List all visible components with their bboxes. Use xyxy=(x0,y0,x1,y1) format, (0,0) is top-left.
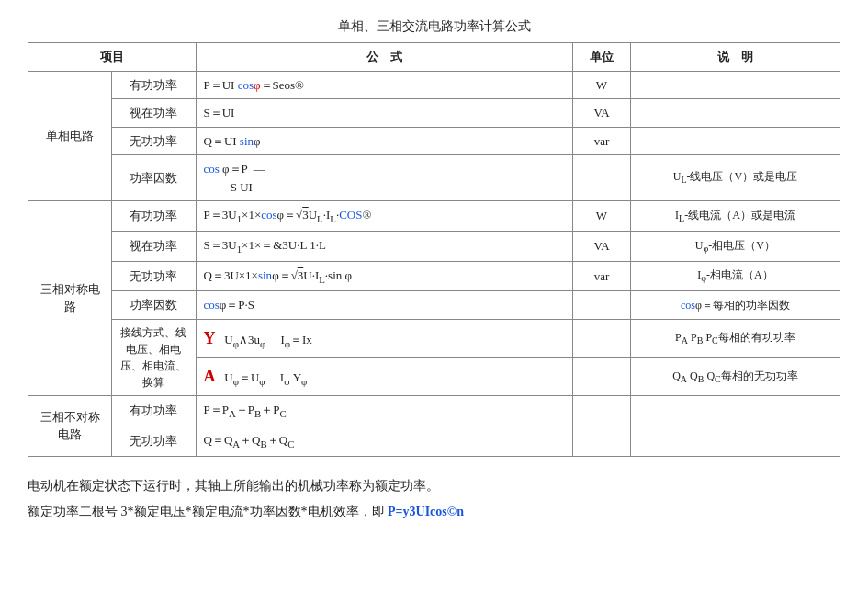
item-apparent-power-1: 视在功率 xyxy=(112,99,196,128)
note-10: QA QB QC每相的无功功率 xyxy=(630,358,840,396)
unit-pf-1 xyxy=(573,155,631,201)
note-8: cosφ＝每相的功率因数 xyxy=(630,291,840,320)
note-12 xyxy=(630,426,840,456)
note-3 xyxy=(630,127,840,155)
item-reactive-power-asym: 无功功率 xyxy=(112,426,196,456)
item-reactive-power-3: 无功功率 xyxy=(112,261,196,291)
unit-wiring-y xyxy=(573,319,631,358)
note-9: PA PB PC每相的有功功率 xyxy=(630,319,840,358)
formula-pf-1: cos φ＝P — S UI xyxy=(196,155,573,201)
formula-active-power-3: P＝3U1×1×cosφ＝√3UL·IL·COS® xyxy=(196,201,573,232)
unit-w-3: W xyxy=(573,201,631,232)
note-6: Uφ-相电压（V） xyxy=(630,231,840,261)
table-row: 三相对称电路 有功功率 P＝3U1×1×cosφ＝√3UL·IL·COS® W … xyxy=(28,201,840,232)
item-reactive-power-1: 无功功率 xyxy=(112,127,196,155)
header-formula: 公 式 xyxy=(196,43,573,72)
unit-var-asym xyxy=(573,426,631,456)
table-row: 功率因数 cosφ＝P·S cosφ＝每相的功率因数 xyxy=(28,291,840,320)
table-row: 视在功率 S＝UI VA xyxy=(28,99,840,128)
formula-reactive-power-1: Q＝UI sinφ xyxy=(196,127,573,155)
note-1 xyxy=(630,71,840,99)
unit-wiring-a xyxy=(573,358,631,396)
item-pf-3: 功率因数 xyxy=(112,291,196,320)
table-row: 视在功率 S＝3U1×1×＝&3U·L 1·L VA Uφ-相电压（V） xyxy=(28,231,840,261)
table-row: 功率因数 cos φ＝P — S UI UL-线电压（V）或是电压 xyxy=(28,155,840,201)
item-active-power-1: 有功功率 xyxy=(112,71,196,99)
header-note: 说 明 xyxy=(630,43,840,72)
category-three-sym: 三相对称电路 xyxy=(28,201,112,396)
item-active-power-asym: 有功功率 xyxy=(112,395,196,426)
note-11 xyxy=(630,395,840,426)
unit-var-3: var xyxy=(573,261,631,291)
page-title: 单相、三相交流电路功率计算公式 xyxy=(28,18,840,35)
formula-apparent-power-3: S＝3U1×1×＝&3U·L 1·L xyxy=(196,231,573,261)
category-single-phase: 单相电路 xyxy=(28,71,112,201)
note-7: Iφ-相电流（A） xyxy=(630,261,840,291)
note-5: IL-线电流（A）或是电流 xyxy=(630,201,840,232)
formula-apparent-power-1: S＝UI xyxy=(196,99,573,128)
item-wiring: 接线方式、线电压、相电压、相电流、换算 xyxy=(112,319,196,395)
table-row: 接线方式、线电压、相电压、相电流、换算 Y Uφ∧3uφ Iφ＝Ix PA PB… xyxy=(28,319,840,358)
header-unit: 单位 xyxy=(573,43,631,72)
formula-active-power-asym: P＝PA＋PB＋PC xyxy=(196,395,573,426)
table-row: 三相不对称电路 有功功率 P＝PA＋PB＋PC xyxy=(28,395,840,426)
formula-wiring-a: A Uφ＝Uφ Iφ Yφ xyxy=(196,358,573,396)
table-row: 无功功率 Q＝QA＋QB＋QC xyxy=(28,426,840,456)
unit-var-1: var xyxy=(573,127,631,155)
formula-active-power-1: P＝UI cosφ＝Seos® xyxy=(196,71,573,99)
note-2 xyxy=(630,99,840,128)
item-active-power-3: 有功功率 xyxy=(112,201,196,232)
item-apparent-power-3: 视在功率 xyxy=(112,231,196,261)
footer-line-2: 额定功率二根号 3*额定电压*额定电流*功率因数*电机效率，即 P=y3UIco… xyxy=(28,499,840,525)
table-row: 无功功率 Q＝UI sinφ var xyxy=(28,127,840,155)
formula-reactive-power-3: Q＝3U×1×sinφ＝√3U·IL·sin φ xyxy=(196,261,573,291)
note-4: UL-线电压（V）或是电压 xyxy=(630,155,840,201)
formula-wiring-y: Y Uφ∧3uφ Iφ＝Ix xyxy=(196,319,573,358)
item-pf-1: 功率因数 xyxy=(112,155,196,201)
main-table: 项目 公 式 单位 说 明 单相电路 有功功率 P＝UI cosφ＝Seos® … xyxy=(28,42,840,457)
header-category: 项目 xyxy=(28,43,197,72)
footer-line-1: 电动机在额定状态下运行时，其轴上所能输出的机械功率称为额定功率。 xyxy=(28,473,840,499)
unit-w-1: W xyxy=(573,71,631,99)
category-three-asym: 三相不对称电路 xyxy=(28,395,112,456)
formula-pf-3: cosφ＝P·S xyxy=(196,291,573,320)
table-row: 无功功率 Q＝3U×1×sinφ＝√3U·IL·sin φ var Iφ-相电流… xyxy=(28,261,840,291)
unit-va-3: VA xyxy=(573,231,631,261)
formula-reactive-power-asym: Q＝QA＋QB＋QC xyxy=(196,426,573,456)
unit-pf-3 xyxy=(573,291,631,320)
footer-section: 电动机在额定状态下运行时，其轴上所能输出的机械功率称为额定功率。 额定功率二根号… xyxy=(28,473,840,525)
unit-va-1: VA xyxy=(573,99,631,128)
unit-w-asym xyxy=(573,395,631,426)
table-row: 单相电路 有功功率 P＝UI cosφ＝Seos® W xyxy=(28,71,840,99)
